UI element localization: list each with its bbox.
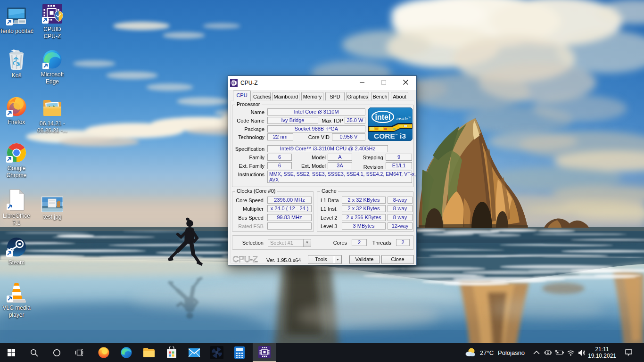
- svg-text:intel: intel: [375, 113, 391, 121]
- svg-text:CORE™ i3: CORE™ i3: [374, 132, 406, 140]
